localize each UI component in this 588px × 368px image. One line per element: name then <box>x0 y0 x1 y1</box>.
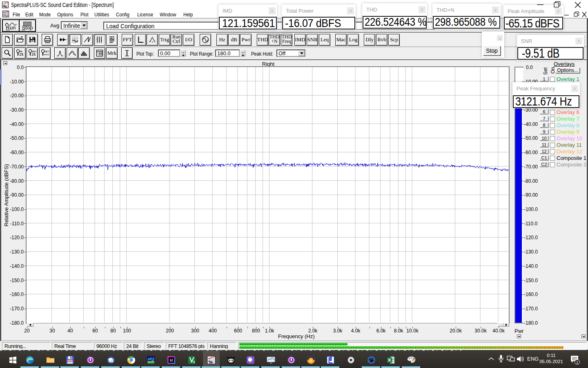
svg-text:5: 5 <box>193 361 195 364</box>
svg-text:FULL: FULL <box>44 54 49 56</box>
svg-text:Set: Set <box>543 67 548 75</box>
svg-text:SC: SC <box>209 361 213 364</box>
svg-text:2X: 2X <box>31 53 36 56</box>
svg-text:AP2: AP2 <box>147 357 154 361</box>
svg-text:On: On <box>550 67 556 74</box>
svg-text:2X: 2X <box>19 53 23 56</box>
svg-text:My: My <box>3 4 7 8</box>
svg-text:IJ: IJ <box>170 358 173 362</box>
svg-text:OUT: OUT <box>45 50 49 53</box>
